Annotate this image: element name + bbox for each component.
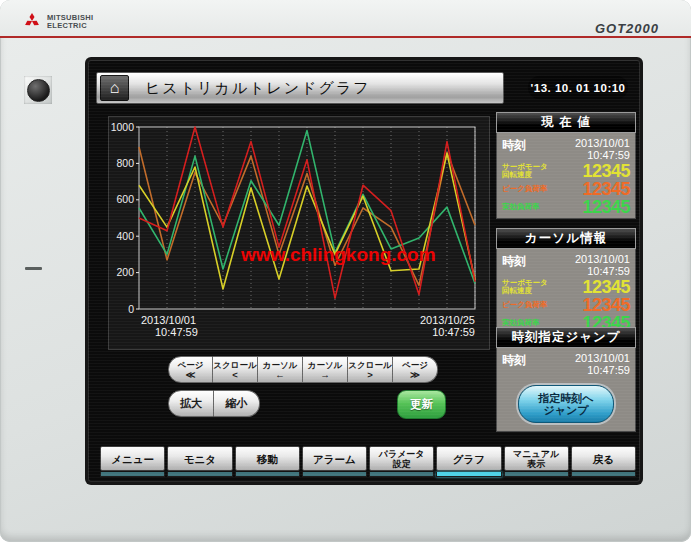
- svg-text:600: 600: [116, 193, 134, 205]
- home-button[interactable]: ⌂: [100, 75, 129, 101]
- touch-screen: ⌂ ヒストリカルトレンドグラフ '13. 10. 01 10:10 020040…: [88, 60, 640, 482]
- menu-item-param-settings[interactable]: パラメータ 設定: [369, 446, 434, 477]
- time-jump-body: 時刻 2013/10/01 10:47:59 指定時刻へ ジャンプ: [496, 348, 636, 432]
- right-arrow-icon: →: [320, 370, 330, 379]
- servo-speed-value: 12345: [582, 162, 630, 180]
- page-back-button[interactable]: ページ ≪: [168, 356, 213, 383]
- left-arrow-icon: ←: [275, 370, 285, 379]
- device-bezel: MITSUBISHI ELECTRIC GOT2000 ⌂ ヒストリカルトレンド…: [0, 0, 691, 542]
- menu-item-move[interactable]: 移動: [235, 446, 300, 477]
- value-row-peak-load: ピーク負荷率 12345: [502, 296, 630, 314]
- menu-item-graph[interactable]: グラフ: [436, 446, 501, 477]
- right-angle-icon: >: [367, 370, 373, 379]
- value-row-peak-load: ピーク負荷率 12345: [502, 180, 630, 198]
- three-diamond-icon: [22, 13, 42, 31]
- double-left-arrow-icon: ≪: [186, 370, 196, 379]
- peak-load-label: ピーク負荷率: [502, 185, 547, 193]
- menu-item-back[interactable]: 戻る: [571, 446, 636, 477]
- zoom-in-button[interactable]: 拡大: [168, 390, 214, 417]
- value-row-servo-speed: サーボモータ 回転速度 12345: [502, 278, 630, 296]
- menu-label: アラーム: [302, 446, 367, 471]
- brand-text: MITSUBISHI ELECTRIC: [47, 14, 93, 30]
- menu-label: モニタ: [167, 446, 232, 471]
- svg-text:400: 400: [116, 230, 134, 242]
- menu-item-monitor[interactable]: モニタ: [167, 446, 232, 477]
- menu-label: メニュー: [100, 446, 165, 471]
- svg-text:10:47:59: 10:47:59: [155, 326, 198, 338]
- round-button-cap: [27, 79, 50, 102]
- cursor-left-button[interactable]: カーソル ←: [258, 356, 303, 383]
- svg-text:2013/10/01: 2013/10/01: [141, 314, 196, 326]
- menu-indicator: [369, 472, 434, 477]
- bezel-round-button[interactable]: [24, 76, 52, 104]
- title-bar: ⌂ ヒストリカルトレンドグラフ: [96, 72, 504, 104]
- bezel-top-strip: [0, 0, 691, 36]
- scroll-forward-button[interactable]: スクロール >: [348, 356, 393, 383]
- home-icon: ⌂: [110, 80, 120, 96]
- time-jump-header: 時刻指定ジャンプ: [496, 327, 636, 348]
- servo-speed-label: サーボモータ 回転速度: [502, 163, 548, 179]
- time-label: 時刻: [502, 253, 526, 277]
- bezel-seam-mark: [25, 267, 42, 270]
- svg-text:0: 0: [128, 303, 134, 315]
- svg-text:800: 800: [116, 157, 134, 169]
- menu-label: グラフ: [436, 446, 501, 471]
- effective-load-value: 12345: [582, 198, 630, 216]
- current-value-header: 現 在 値: [496, 112, 636, 133]
- svg-text:1000: 1000: [111, 121, 135, 133]
- menu-item-alarm[interactable]: アラーム: [302, 446, 367, 477]
- current-value-body: 時刻 2013/10/01 10:47:59 サーボモータ 回転速度 12345…: [496, 133, 636, 219]
- effective-load-label: 実効負荷率: [502, 203, 540, 211]
- timestamp: 2013/10/01 10:47:59: [575, 137, 630, 161]
- peak-load-value: 12345: [582, 180, 630, 198]
- mitsubishi-logo: MITSUBISHI ELECTRIC: [22, 13, 93, 31]
- servo-speed-value: 12345: [582, 278, 630, 296]
- menu-label: 戻る: [571, 446, 636, 471]
- double-right-arrow-icon: ≫: [410, 370, 420, 379]
- jump-to-time-button[interactable]: 指定時刻へ ジャンプ: [518, 385, 614, 423]
- menu-indicator: [167, 472, 232, 477]
- scroll-back-button[interactable]: スクロール <: [213, 356, 258, 383]
- left-angle-icon: <: [232, 370, 238, 379]
- menu-indicator: [235, 472, 300, 477]
- page-title: ヒストリカルトレンドグラフ: [145, 79, 371, 98]
- menu-indicator: [504, 472, 569, 477]
- zoom-buttons: 拡大 縮小: [168, 390, 260, 417]
- effective-load-label: 実効負荷率: [502, 319, 540, 327]
- watermark-text: www.chlingkong.com: [241, 244, 436, 266]
- trend-graph-svg: 020040060080010002013/10/0110:47:592013/…: [109, 117, 487, 347]
- time-row: 時刻 2013/10/01 10:47:59: [502, 352, 630, 376]
- svg-text:2013/10/25: 2013/10/25: [420, 314, 475, 326]
- cursor-info-body: 時刻 2013/10/01 10:47:59 サーボモータ 回転速度 12345…: [496, 249, 636, 335]
- menu-active-indicator: [436, 472, 501, 477]
- svg-text:10:47:59: 10:47:59: [432, 326, 475, 338]
- timestamp: 2013/10/01 10:47:59: [575, 352, 630, 376]
- got2000-logo: GOT2000: [595, 21, 659, 36]
- cursor-info-header: カーソル情報: [496, 228, 636, 249]
- menu-item-menu[interactable]: メニュー: [100, 446, 165, 477]
- cursor-right-button[interactable]: カーソル →: [303, 356, 348, 383]
- menu-label: パラメータ 設定: [369, 446, 434, 471]
- trend-chart: 020040060080010002013/10/0110:47:592013/…: [108, 116, 490, 350]
- zoom-out-button[interactable]: 縮小: [214, 390, 260, 417]
- page-forward-button[interactable]: ページ ≫: [393, 356, 438, 383]
- bezel-accent-line: [0, 36, 691, 38]
- time-jump-panel: 時刻指定ジャンプ 時刻 2013/10/01 10:47:59 指定時刻へ ジャ…: [496, 327, 636, 432]
- value-row-effective-load: 実効負荷率 12345: [502, 198, 630, 216]
- time-label: 時刻: [502, 137, 526, 161]
- peak-load-label: ピーク負荷率: [502, 301, 547, 309]
- brand-line2: ELECTRIC: [47, 22, 93, 30]
- menu-indicator: [571, 472, 636, 477]
- refresh-button[interactable]: 更新: [397, 390, 446, 419]
- svg-text:200: 200: [116, 266, 134, 278]
- menu-indicator: [302, 472, 367, 477]
- peak-load-value: 12345: [582, 296, 630, 314]
- menu-indicator: [100, 472, 165, 477]
- menu-label: 移動: [235, 446, 300, 471]
- current-value-panel: 現 在 値 時刻 2013/10/01 10:47:59 サーボモータ 回転速度…: [496, 112, 636, 219]
- value-row-servo-speed: サーボモータ 回転速度 12345: [502, 162, 630, 180]
- menu-label: マニュアル 表示: [504, 446, 569, 471]
- graph-nav-buttons: ページ ≪ スクロール < カーソル ← カーソル → スクロール > ページ …: [168, 356, 438, 383]
- bottom-menu-bar: メニュー モニタ 移動 アラーム パラメータ 設定 グラフ: [100, 446, 636, 477]
- menu-item-manual-display[interactable]: マニュアル 表示: [504, 446, 569, 477]
